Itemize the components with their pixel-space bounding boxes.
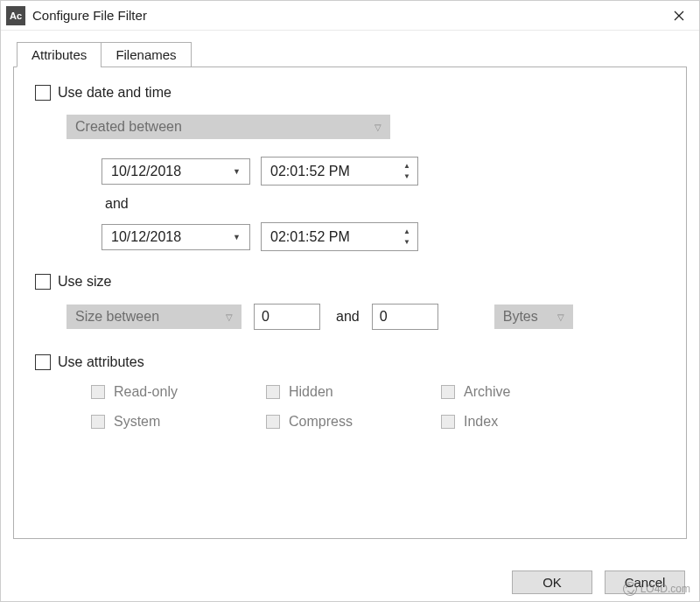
size-between-dropdown[interactable]: Size between ▽	[66, 304, 242, 329]
window: Ac Configure File Filter Attributes File…	[0, 0, 700, 602]
size-between-label: Size between	[75, 309, 159, 325]
time-from-down[interactable]: ▼	[400, 172, 414, 181]
tab-filenames[interactable]: Filenames	[101, 42, 191, 67]
index-checkbox[interactable]	[441, 415, 455, 429]
date-to-value: 10/12/2018	[111, 229, 181, 245]
client-area: Attributes Filenames Use date and time C…	[1, 31, 699, 539]
cancel-button[interactable]: Cancel	[605, 570, 685, 594]
chevron-down-icon: ▽	[374, 122, 382, 132]
close-icon	[674, 10, 684, 21]
attr-hidden: Hidden	[266, 384, 441, 400]
archive-checkbox[interactable]	[441, 385, 455, 399]
system-label: System	[114, 414, 160, 430]
time-to-value: 02:01:52 PM	[270, 229, 395, 245]
created-between-dropdown[interactable]: Created between ▽	[66, 115, 390, 139]
ok-button[interactable]: OK	[512, 570, 592, 594]
attr-system: System	[91, 414, 266, 430]
chevron-down-icon: ▽	[226, 312, 233, 322]
use-attributes-checkbox[interactable]	[35, 354, 51, 370]
tabstrip: Attributes Filenames	[17, 42, 687, 67]
dialog-footer: OK Cancel	[512, 570, 685, 594]
size-unit-dropdown[interactable]: Bytes ▽	[494, 304, 573, 329]
size-and-label: and	[336, 309, 360, 325]
titlebar: Ac Configure File Filter	[1, 1, 699, 31]
use-date-time-label: Use date and time	[58, 85, 172, 101]
size-unit-label: Bytes	[503, 309, 538, 325]
hidden-checkbox[interactable]	[266, 385, 280, 399]
size-section: Size between ▽ 0 and 0 Bytes ▽	[66, 304, 665, 330]
compress-label: Compress	[289, 414, 353, 430]
use-size-checkbox[interactable]	[35, 274, 51, 290]
date-section: Created between ▽ 10/12/2018 ▼ 02:01:52 …	[66, 115, 665, 251]
use-date-time-row: Use date and time	[35, 85, 665, 101]
compress-checkbox[interactable]	[266, 415, 280, 429]
use-size-label: Use size	[58, 274, 111, 290]
tab-page-attributes: Use date and time Created between ▽ 10/1…	[13, 66, 687, 539]
created-between-label: Created between	[75, 119, 182, 135]
use-date-time-checkbox[interactable]	[35, 85, 51, 101]
time-to-down[interactable]: ▼	[400, 237, 414, 247]
window-title: Configure File Filter	[32, 8, 659, 23]
time-to-picker[interactable]: 02:01:52 PM ▲ ▼	[261, 222, 418, 251]
readonly-checkbox[interactable]	[91, 385, 105, 399]
size-from-input[interactable]: 0	[254, 304, 320, 330]
attr-archive: Archive	[441, 384, 616, 400]
chevron-down-icon: ▼	[233, 167, 241, 176]
attr-index: Index	[441, 414, 616, 430]
close-button[interactable]	[659, 1, 699, 30]
tab-attributes[interactable]: Attributes	[17, 42, 102, 67]
hidden-label: Hidden	[289, 384, 333, 400]
date-from-value: 10/12/2018	[111, 164, 181, 179]
use-size-row: Use size	[35, 274, 665, 290]
date-from-picker[interactable]: 10/12/2018 ▼	[102, 158, 250, 185]
chevron-down-icon: ▼	[233, 233, 241, 242]
size-to-input[interactable]: 0	[372, 304, 438, 330]
attributes-grid: Read-only Hidden Archive System Compress	[91, 384, 665, 430]
readonly-label: Read-only	[114, 384, 178, 400]
index-label: Index	[464, 414, 498, 430]
date-to-picker[interactable]: 10/12/2018 ▼	[102, 224, 250, 250]
use-attributes-label: Use attributes	[58, 354, 144, 370]
use-attributes-row: Use attributes	[35, 354, 665, 370]
system-checkbox[interactable]	[91, 415, 105, 429]
attr-readonly: Read-only	[91, 384, 266, 400]
time-from-value: 02:01:52 PM	[270, 164, 395, 179]
attr-compress: Compress	[266, 414, 441, 430]
date-inputs: 10/12/2018 ▼ 02:01:52 PM ▲ ▼ and	[102, 157, 665, 251]
time-to-up[interactable]: ▲	[400, 227, 414, 236]
time-from-up[interactable]: ▲	[400, 161, 414, 171]
date-and-label: and	[105, 196, 129, 212]
time-from-picker[interactable]: 02:01:52 PM ▲ ▼	[261, 157, 418, 186]
chevron-down-icon: ▽	[557, 312, 564, 322]
archive-label: Archive	[464, 384, 510, 400]
app-icon: Ac	[6, 6, 25, 25]
